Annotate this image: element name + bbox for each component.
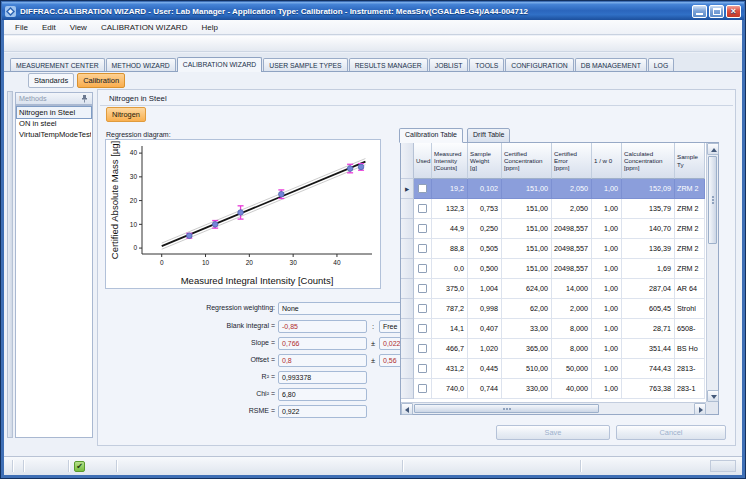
tab-results-manager[interactable]: RESULTS MANAGER bbox=[349, 58, 428, 71]
tab-tools[interactable]: TOOLS bbox=[469, 58, 504, 71]
cell: 0,250 bbox=[468, 219, 502, 239]
row-selector[interactable]: ▶ bbox=[401, 179, 414, 199]
column-header-used[interactable]: Used bbox=[414, 143, 432, 179]
used-checkbox[interactable] bbox=[418, 244, 427, 253]
cell: 20498,557 bbox=[552, 239, 592, 259]
used-checkbox[interactable] bbox=[418, 284, 427, 293]
used-cell bbox=[414, 319, 432, 339]
used-checkbox[interactable] bbox=[418, 264, 427, 273]
used-checkbox[interactable] bbox=[418, 204, 427, 213]
column-header-certified[interactable]: Certified Concentration [ppm] bbox=[502, 143, 552, 179]
title-bar[interactable]: DIFFRAC.CALIBRATION WIZARD - User: Lab M… bbox=[2, 2, 744, 20]
horizontal-scrollbar[interactable] bbox=[401, 402, 706, 414]
tab-log[interactable]: LOG bbox=[648, 58, 674, 71]
regression-diagram-label: Regression diagram: bbox=[106, 131, 171, 138]
column-header-calculated[interactable]: Calculated Concentration [ppm] bbox=[622, 143, 675, 179]
tab-configuration[interactable]: CONFIGURATION bbox=[505, 58, 574, 71]
minimize-button[interactable] bbox=[692, 5, 707, 18]
tab-joblist[interactable]: JOBLIST bbox=[429, 58, 469, 71]
tab-method-wizard[interactable]: METHOD WIZARD bbox=[106, 58, 176, 71]
tab-db-management[interactable]: DB MANAGEMENT bbox=[575, 58, 647, 71]
main-tab-strip: MEASUREMENT CENTERMETHOD WIZARDCALIBRATI… bbox=[4, 53, 742, 72]
tab-calibration-wizard[interactable]: CALIBRATION WIZARD bbox=[177, 57, 263, 72]
tab-calibration-table[interactable]: Calibration Table bbox=[399, 128, 463, 143]
svg-text:40: 40 bbox=[130, 149, 138, 156]
subtab-standards[interactable]: Standards bbox=[28, 73, 74, 88]
column-header-measured[interactable]: Measured Intensity [Counts] bbox=[432, 143, 468, 179]
maximize-button[interactable] bbox=[709, 5, 724, 18]
row-selector[interactable] bbox=[401, 219, 414, 239]
vertical-scroll-thumb[interactable] bbox=[708, 156, 717, 244]
used-checkbox[interactable] bbox=[418, 224, 427, 233]
table-row[interactable]: 787,20,99862,002,0001,00605,45Strohl bbox=[401, 299, 705, 319]
table-row[interactable]: 375,01,004624,0014,0001,00287,04AR 64 bbox=[401, 279, 705, 299]
used-checkbox[interactable] bbox=[418, 344, 427, 353]
tab-element-nitrogen[interactable]: Nitrogen bbox=[106, 107, 146, 122]
column-header-sample[interactable]: Sample Weight [g] bbox=[468, 143, 502, 179]
used-cell bbox=[414, 199, 432, 219]
table-row[interactable]: 44,90,250151,0020498,5571,00140,70ZRM 2 bbox=[401, 219, 705, 239]
tab-drift-table[interactable]: Drift Table bbox=[467, 128, 510, 143]
value-field[interactable]: 0,993378 bbox=[278, 371, 367, 384]
table-row[interactable]: ▶19,20,102151,002,0501,00152,09ZRM 2 bbox=[401, 179, 705, 199]
scroll-up-button[interactable] bbox=[707, 143, 719, 155]
used-cell bbox=[414, 219, 432, 239]
table-row[interactable]: 0,00,500151,0020498,5571,001,69ZRM 2 bbox=[401, 259, 705, 279]
close-button[interactable]: × bbox=[726, 5, 741, 18]
table-row[interactable]: 88,80,505151,0020498,5571,00136,39ZRM 2 bbox=[401, 239, 705, 259]
value-field[interactable]: 0,766 bbox=[278, 337, 367, 350]
scroll-down-button[interactable] bbox=[707, 390, 719, 402]
used-checkbox[interactable] bbox=[418, 324, 427, 333]
column-header-certified[interactable]: Certified Error [ppm] bbox=[552, 143, 592, 179]
menu-item-view[interactable]: View bbox=[63, 22, 94, 33]
menu-item-edit[interactable]: Edit bbox=[35, 22, 63, 33]
used-checkbox[interactable] bbox=[418, 184, 427, 193]
scroll-right-button[interactable] bbox=[694, 403, 706, 415]
subtab-calibration[interactable]: Calibration bbox=[77, 73, 125, 88]
cell: 2,050 bbox=[552, 179, 592, 199]
menu-item-file[interactable]: File bbox=[8, 22, 35, 33]
menu-item-calibration-wizard[interactable]: CALIBRATION WIZARD bbox=[94, 22, 195, 33]
tab-user-sample-types[interactable]: USER SAMPLE TYPES bbox=[263, 58, 347, 71]
method-item-on-in-steel[interactable]: ON in steel bbox=[17, 118, 91, 129]
used-checkbox[interactable] bbox=[418, 364, 427, 373]
row-selector[interactable] bbox=[401, 279, 414, 299]
row-selector[interactable] bbox=[401, 339, 414, 359]
tab-measurement-center[interactable]: MEASUREMENT CENTER bbox=[10, 58, 105, 71]
value-field[interactable]: -0,85 bbox=[278, 320, 367, 333]
row-selector[interactable] bbox=[401, 359, 414, 379]
method-item-virtualtempmodetest[interactable]: VirtualTempModeTest bbox=[17, 129, 91, 140]
cell: 431,2 bbox=[432, 359, 468, 379]
pin-icon[interactable] bbox=[80, 94, 89, 103]
menu-item-help[interactable]: Help bbox=[194, 22, 224, 33]
scroll-left-button[interactable] bbox=[401, 403, 413, 415]
used-checkbox[interactable] bbox=[418, 384, 427, 393]
svg-text:40: 40 bbox=[333, 259, 341, 266]
value-field[interactable]: 0,8 bbox=[278, 354, 367, 367]
row-selector[interactable] bbox=[401, 259, 414, 279]
app-icon bbox=[5, 6, 16, 17]
table-row[interactable]: 14,10,40733,008,0001,0028,716508- bbox=[401, 319, 705, 339]
value-field[interactable]: 6,80 bbox=[278, 388, 367, 401]
cell: 135,79 bbox=[622, 199, 675, 219]
used-checkbox[interactable] bbox=[418, 304, 427, 313]
cancel-button[interactable]: Cancel bbox=[616, 425, 726, 440]
column-header-1-w-0[interactable]: 1 / w 0 bbox=[592, 143, 622, 179]
row-selector[interactable] bbox=[401, 239, 414, 259]
table-row[interactable]: 431,20,445510,0050,0001,00744,432813- bbox=[401, 359, 705, 379]
vertical-scrollbar[interactable] bbox=[706, 143, 718, 402]
row-selector[interactable] bbox=[401, 379, 414, 399]
row-selector[interactable] bbox=[401, 299, 414, 319]
svg-text:30: 30 bbox=[290, 259, 298, 266]
horizontal-scroll-thumb[interactable] bbox=[414, 404, 599, 413]
column-header-sample-ty[interactable]: Sample Ty bbox=[675, 143, 705, 179]
table-row[interactable]: 740,00,744330,0040,0001,00763,38283-1 bbox=[401, 379, 705, 399]
table-row[interactable]: 132,30,753151,002,0501,00135,79ZRM 2 bbox=[401, 199, 705, 219]
row-selector[interactable] bbox=[401, 319, 414, 339]
method-item-nitrogen-in-steel[interactable]: Nitrogen in Steel bbox=[17, 107, 91, 118]
panel-splitter[interactable] bbox=[7, 91, 13, 438]
table-row[interactable]: 466,71,020365,008,0001,00351,44BS Ho bbox=[401, 339, 705, 359]
save-button[interactable]: Save bbox=[496, 425, 610, 440]
value-field[interactable]: 0,922 bbox=[278, 405, 367, 418]
row-selector[interactable] bbox=[401, 199, 414, 219]
